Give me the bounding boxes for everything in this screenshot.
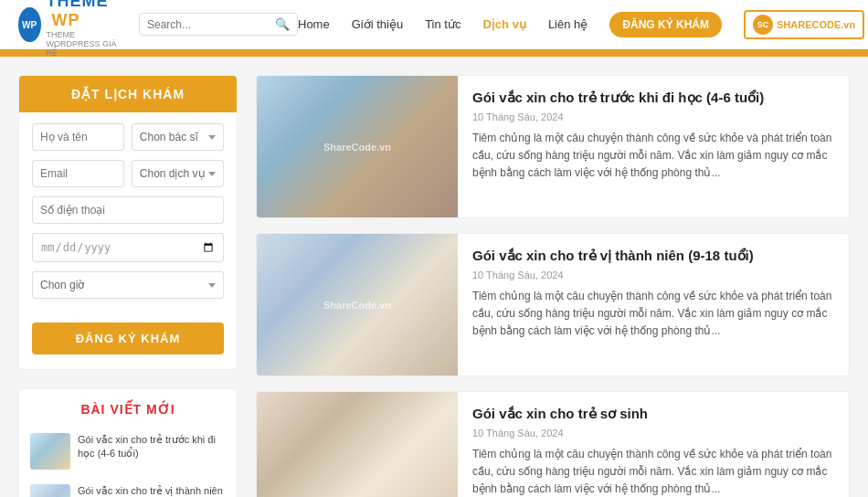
name-input[interactable] — [32, 123, 124, 151]
date-input[interactable] — [32, 233, 224, 262]
recent-thumb-2 — [30, 484, 70, 497]
form-row-phone — [32, 196, 224, 224]
nav-contact[interactable]: Liên hệ — [548, 17, 587, 31]
logo-wp-word: WP — [52, 11, 80, 29]
article-body-1: Gói vắc xin cho trẻ trước khi đi học (4-… — [458, 76, 849, 217]
article-date-3: 10 Tháng Sáu, 2024 — [472, 428, 834, 439]
nav-news[interactable]: Tin tức — [425, 17, 460, 31]
logo: WP THEME WP THEME WORDPRESS GIÀ RẺ — [18, 0, 121, 58]
article-title-3: Gói vắc xin cho trẻ sơ sinh — [472, 405, 834, 423]
article-image-baby-newborn — [257, 392, 458, 497]
article-date-1: 10 Tháng Sáu, 2024 — [472, 111, 834, 122]
service-select[interactable]: Chon dịch vụ — [132, 160, 224, 187]
recent-item-1[interactable]: Gói vắc xin cho trẻ trước khi đi học (4-… — [19, 426, 237, 477]
content-area: ShareCode.vn Gói vắc xin cho trẻ trước k… — [256, 75, 850, 497]
phone-input[interactable] — [32, 196, 224, 224]
logo-theme-word: THEME — [47, 0, 109, 10]
recent-item-text-2: Gói vắc xin cho trẻ vị thành niên (9-18 … — [78, 484, 226, 497]
nav-about[interactable]: Giới thiệu — [352, 17, 403, 31]
article-img-1: ShareCode.vn — [257, 76, 458, 217]
watermark-2: ShareCode.vn — [323, 300, 391, 311]
recent-item-text-1: Gói vắc xin cho trẻ trước khi đi học (4-… — [78, 433, 226, 461]
article-excerpt-2: Tiêm chủng là một câu chuyện thành công … — [472, 288, 834, 341]
booking-form: ĐẶT LỊCH KHÁM Chon bác sĩ Chon dịch vụ — [18, 75, 238, 370]
header: WP THEME WP THEME WORDPRESS GIÀ RẺ 🔍 Hom… — [0, 0, 868, 49]
article-body-2: Gói vắc xin cho trẻ vị thành niên (9-18 … — [458, 234, 849, 375]
yellow-strip — [0, 49, 868, 57]
article-body-3: Gói vắc xin cho trẻ sơ sinh 10 Tháng Sáu… — [458, 392, 849, 497]
recent-title: BÀI VIẾT MỚI — [19, 389, 237, 426]
article-card-3[interactable]: Gói vắc xin cho trẻ sơ sinh 10 Tháng Sáu… — [256, 391, 850, 497]
svg-text:WP: WP — [22, 20, 37, 30]
article-title-2: Gói vắc xin cho trẻ vị thành niên (9-18 … — [472, 247, 834, 265]
recent-item-2[interactable]: Gói vắc xin cho trẻ vị thành niên (9-18 … — [19, 477, 237, 497]
booking-title: ĐẶT LỊCH KHÁM — [19, 76, 237, 112]
sidebar: ĐẶT LỊCH KHÁM Chon bác sĩ Chon dịch vụ — [18, 75, 238, 497]
logo-text: THEME WP THEME WORDPRESS GIÀ RẺ — [47, 0, 121, 58]
article-card-2[interactable]: ShareCode.vn Gói vắc xin cho trẻ vị thàn… — [256, 233, 850, 376]
logo-brand: THEME WP — [47, 0, 121, 30]
search-input[interactable] — [147, 18, 275, 31]
article-image-girl-injection: ShareCode.vn — [257, 234, 458, 375]
nav-services[interactable]: Dịch vụ — [482, 17, 525, 31]
article-excerpt-3: Tiêm chủng là một câu chuyện thành công … — [472, 446, 834, 498]
nav-home[interactable]: Home — [298, 17, 330, 31]
article-title-1: Gói vắc xin cho trẻ trước khi đi học (4-… — [472, 89, 834, 107]
main-nav: Home Giới thiệu Tin tức Dịch vụ Liên hệ … — [298, 10, 864, 39]
article-image-baby-injection: ShareCode.vn — [257, 76, 458, 217]
search-icon[interactable]: 🔍 — [275, 17, 290, 31]
submit-button[interactable]: ĐĂNG KÝ KHÁM — [32, 323, 224, 354]
sharecode-icon: SC — [753, 15, 773, 35]
watermark-1: ShareCode.vn — [323, 142, 391, 153]
article-img-2: ShareCode.vn — [257, 234, 458, 375]
email-input[interactable] — [32, 160, 124, 187]
logo-icon: WP — [18, 7, 41, 42]
form-row-time: Chon giờ — [32, 271, 224, 299]
form-row-name-doctor: Chon bác sĩ — [32, 123, 224, 151]
search-bar[interactable]: 🔍 — [139, 13, 298, 36]
form-row-date — [32, 233, 224, 262]
recent-thumb-1 — [30, 433, 70, 470]
article-excerpt-1: Tiêm chủng là một câu chuyện thành công … — [472, 130, 834, 183]
sharecode-label: SHARECODE.vn — [777, 19, 855, 30]
recent-posts: BÀI VIẾT MỚI Gói vắc xin cho trẻ trước k… — [18, 388, 238, 497]
logo-subtitle: THEME WORDPRESS GIÀ RẺ — [47, 30, 121, 58]
doctor-select[interactable]: Chon bác sĩ — [132, 123, 224, 151]
sharecode-badge: SC SHARECODE.vn — [744, 10, 864, 39]
time-select[interactable]: Chon giờ — [32, 271, 224, 299]
form-body: Chon bác sĩ Chon dịch vụ — [19, 112, 237, 319]
article-card-1[interactable]: ShareCode.vn Gói vắc xin cho trẻ trước k… — [256, 75, 850, 218]
main-layout: ĐẶT LỊCH KHÁM Chon bác sĩ Chon dịch vụ — [0, 57, 868, 497]
article-img-3 — [257, 392, 458, 497]
register-button[interactable]: ĐĂNG KÝ KHÁM — [609, 12, 722, 37]
article-date-2: 10 Tháng Sáu, 2024 — [472, 270, 834, 280]
form-row-email-service: Chon dịch vụ — [32, 160, 224, 187]
